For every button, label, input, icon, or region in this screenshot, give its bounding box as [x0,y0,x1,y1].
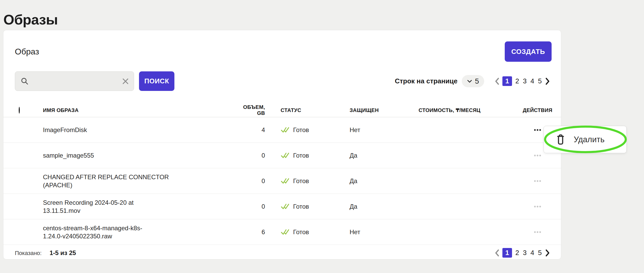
double-check-icon [281,229,290,235]
protected-value: Да [350,177,419,185]
search-box [15,71,134,91]
double-check-icon [281,178,290,184]
page-button-4[interactable]: 4 [530,249,535,257]
row-menu-button[interactable] [532,178,543,184]
image-name: ImageFromDisk [43,126,237,134]
page-button-4[interactable]: 4 [530,77,535,85]
panel-header: Образ СОЗДАТЬ [3,30,561,62]
double-check-icon [281,203,290,210]
volume-value: 6 [237,228,265,236]
row-menu-button[interactable] [532,229,543,235]
table-row: Screen Recording 2024-05-20 at 13.11.51.… [3,194,561,219]
delete-menu-item[interactable]: Удалить [556,134,604,145]
rows-per-page-select[interactable]: 5 [462,75,484,87]
pagination-bottom: 1 2 3 4 5 [495,248,550,258]
header-volume: ОБЪЕМ, GB [237,104,265,116]
volume-value: 4 [237,126,265,134]
header-status: СТАТУС [265,107,350,113]
double-check-icon [281,152,290,159]
create-button[interactable]: СОЗДАТЬ [505,41,552,62]
row-context-menu: Удалить [544,126,627,153]
protected-value: Нет [350,228,419,236]
chevron-right-icon [545,249,550,257]
protected-value: Да [350,203,419,210]
double-check-icon [281,127,290,133]
status-text: Готов [293,126,309,134]
table-row: centos-stream-8-x64-managed-k8s- 1.24.0-… [3,219,561,245]
toolbar: ПОИСК Строк на странице 5 1 2 3 4 [3,71,561,91]
pagination-top: 1 2 3 4 5 [495,76,550,86]
ellipsis-menu-icon [534,231,541,233]
header-name: ИМЯ ОБРАЗА [43,107,237,113]
page-button-5[interactable]: 5 [538,249,542,257]
page-button-1[interactable]: 1 [502,248,512,258]
header-actions: ДЕЙСТВИЯ [521,107,554,113]
page-button-5[interactable]: 5 [538,77,542,85]
search-input[interactable] [32,77,121,85]
row-menu-button[interactable] [532,127,543,133]
prev-page-button[interactable] [495,249,500,257]
panel-heading: Образ [15,47,39,57]
images-panel: Образ СОЗДАТЬ ПОИСК Строк на странице [3,30,561,259]
shown-value: 1-5 из 25 [49,249,76,256]
volume-value: 0 [237,152,265,159]
volume-value: 0 [237,177,265,185]
protected-value: Нет [350,126,419,134]
ellipsis-menu-icon [534,154,541,157]
next-page-button[interactable] [545,77,550,85]
ellipsis-menu-icon [534,180,541,182]
rows-per-page-value: 5 [475,77,479,85]
next-page-button[interactable] [545,249,550,257]
shown-counter: Показано: 1-5 из 25 [15,249,76,257]
header-cost: СТОИМОСТЬ, ₸/МЕСЯЦ [419,107,521,113]
chevron-left-icon [495,249,500,257]
image-name: sample_image555 [43,151,237,159]
page-button-1[interactable]: 1 [502,76,512,86]
circle-status-header-icon [19,107,20,114]
images-table: ИМЯ ОБРАЗА ОБЪЕМ, GB СТАТУС ЗАЩИЩЕН СТОИ… [3,103,561,245]
ellipsis-menu-icon [534,205,541,208]
trash-icon [556,134,565,145]
rows-per-page-label: Строк на странице [395,77,458,85]
search-button[interactable]: ПОИСК [139,71,174,91]
search-area: ПОИСК [15,71,174,91]
status-text: Готов [293,228,309,236]
protected-value: Да [350,152,419,159]
shown-label: Показано: [15,250,42,256]
image-name: Screen Recording 2024-05-20 at 13.11.51.… [43,198,237,215]
clear-search-button[interactable] [121,77,130,85]
volume-value: 0 [237,203,265,210]
chevron-down-icon [467,79,472,83]
status-text: Готов [293,203,309,210]
magnifier-icon [20,77,29,86]
status-text: Готов [293,177,309,185]
page-title: Образы [3,11,58,29]
chevron-left-icon [495,77,500,85]
delete-menu-label: Удалить [574,135,604,144]
image-name: centos-stream-8-x64-managed-k8s- 1.24.0-… [43,224,237,240]
ellipsis-menu-icon [534,129,541,131]
table-controls: Строк на странице 5 1 2 3 4 5 [395,75,550,87]
prev-page-button[interactable] [495,77,500,85]
status-text: Готов [293,152,309,159]
header-status-dot [15,107,43,113]
table-footer: Показано: 1-5 из 25 1 2 3 4 5 [3,245,561,261]
table-header-row: ИМЯ ОБРАЗА ОБЪЕМ, GB СТАТУС ЗАЩИЩЕН СТОИ… [3,103,561,117]
x-clear-icon [121,77,130,85]
page-button-2[interactable]: 2 [515,77,520,85]
header-protected: ЗАЩИЩЕН [350,107,419,113]
page-button-3[interactable]: 3 [522,249,527,257]
row-menu-button[interactable] [532,153,543,158]
chevron-right-icon [545,77,550,85]
image-name: CHANGED AFTER REPLACE CONNECTOR (APACHE) [43,173,237,189]
table-row: CHANGED AFTER REPLACE CONNECTOR (APACHE)… [3,168,561,194]
page-button-3[interactable]: 3 [522,77,527,85]
table-row: sample_image555 0 Готов Да [3,143,561,168]
table-row: ImageFromDisk 4 Готов Нет [3,117,561,143]
page-button-2[interactable]: 2 [515,249,520,257]
row-menu-button[interactable] [532,204,543,209]
